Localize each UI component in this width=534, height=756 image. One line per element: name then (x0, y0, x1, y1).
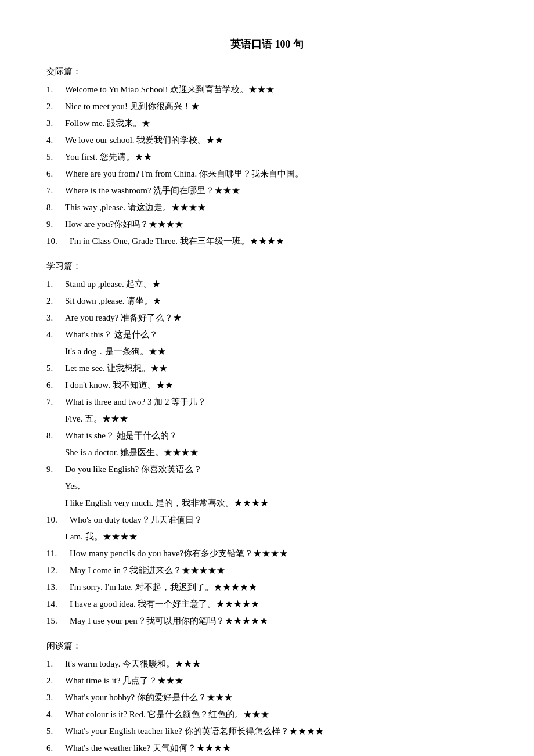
section-jiaoji: 交际篇： 1. Welcome to Yu Miao School! 欢迎来到育… (46, 64, 488, 249)
sub-line: I like English very much. 是的，我非常喜欢。★★★★ (46, 495, 488, 511)
page-title: 英语口语 100 句 (46, 35, 488, 53)
list-item: 3. What's your hobby? 你的爱好是什么？★★★ (46, 690, 488, 705)
list-item: 9. Do you like English? 你喜欢英语么？ (46, 462, 488, 477)
list-item: 5. Let me see. 让我想想。★★ (46, 361, 488, 376)
list-item: 5. What's your English teacher like? 你的英… (46, 723, 488, 739)
sub-line: Yes, (46, 478, 488, 494)
list-item: 7. What is three and two? 3 加 2 等于几？ (46, 394, 488, 410)
list-item: 10. Who's on duty today？几天谁值日？ (46, 512, 488, 528)
list-item: 9. How are you?你好吗？★★★★ (46, 217, 488, 232)
list-item: 2. Sit down ,please. 请坐。★ (46, 293, 488, 309)
sub-line: It's a dog．是一条狗。★★ (46, 344, 488, 359)
list-item: 6. What's the weather like? 天气如何？★★★★ (46, 740, 488, 756)
sub-line: She is a doctor. 她是医生。★★★★ (46, 445, 488, 460)
list-item: 3. Are you ready? 准备好了么？★ (46, 310, 488, 326)
list-item: 1. Welcome to Yu Miao School! 欢迎来到育苗学校。★… (46, 82, 488, 98)
list-item: 2. What time is it? 几点了？★★★ (46, 673, 488, 689)
sub-line: Five. 五。★★★ (46, 411, 488, 427)
list-item: 12. May I come in？我能进来么？★★★★★ (46, 563, 488, 578)
list-item: 6. I don't know. 我不知道。★★ (46, 377, 488, 393)
list-item: 1. It's warm today. 今天很暖和。★★★ (46, 656, 488, 672)
list-item: 7. Where is the washroom? 洗手间在哪里？★★★ (46, 183, 488, 199)
list-item: 15. May I use your pen？我可以用你的笔吗？★★★★★ (46, 613, 488, 629)
list-item: 10. I'm in Class One, Grade Three. 我在三年级… (46, 233, 488, 249)
sub-line: I am. 我。★★★★ (46, 529, 488, 545)
list-item: 6. Where are you from? I'm from China. 你… (46, 166, 488, 182)
list-item: 8. What is she？ 她是干什么的？ (46, 428, 488, 444)
list-item: 11. How many pencils do you have?你有多少支铅笔… (46, 546, 488, 561)
list-item: 4. What's this？ 这是什么？ (46, 327, 488, 343)
list-item: 5. You first. 您先请。★★ (46, 149, 488, 165)
list-item: 1. Stand up ,please. 起立。★ (46, 276, 488, 292)
content-area: 交际篇： 1. Welcome to Yu Miao School! 欢迎来到育… (46, 64, 488, 756)
section-xuexi: 学习篇： 1. Stand up ,please. 起立。★ 2. Sit do… (46, 258, 488, 629)
list-item: 14. I have a good idea. 我有一个好主意了。★★★★★ (46, 596, 488, 612)
section-header-xiantan: 闲谈篇： (46, 638, 488, 654)
section-header-jiaoji: 交际篇： (46, 64, 488, 80)
section-xiantan: 闲谈篇： 1. It's warm today. 今天很暖和。★★★ 2. Wh… (46, 638, 488, 756)
list-item: 13. I'm sorry. I'm late. 对不起，我迟到了。★★★★★ (46, 579, 488, 595)
list-item: 2. Nice to meet you! 见到你很高兴！★ (46, 99, 488, 114)
list-item: 3. Follow me. 跟我来。★ (46, 116, 488, 131)
list-item: 4. What colour is it? Red. 它是什么颜色？红色的。★★… (46, 707, 488, 722)
section-header-xuexi: 学习篇： (46, 258, 488, 274)
list-item: 8. This way ,please. 请这边走。★★★★ (46, 200, 488, 215)
list-item: 4. We love our school. 我爱我们的学校。★★ (46, 132, 488, 148)
